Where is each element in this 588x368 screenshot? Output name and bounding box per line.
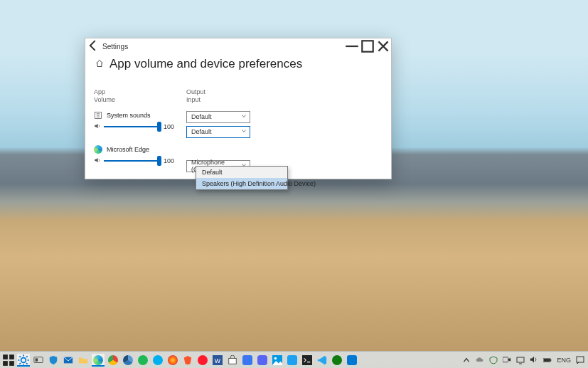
svg-point-10 [21,357,26,362]
svg-rect-7 [9,354,14,359]
app-name: System sounds [107,112,151,119]
taskbar-task-view[interactable] [32,354,45,367]
app-row-microsoft-edge: Microsoft Edge 100 [94,145,179,172]
volume-value: 100 [164,123,179,130]
taskbar-edge[interactable] [92,354,105,367]
svg-rect-6 [3,354,8,359]
home-icon[interactable] [95,58,104,70]
volume-icon[interactable] [94,122,101,131]
tray-defender-icon[interactable] [489,356,498,364]
taskbar-firefox[interactable] [166,354,179,367]
settings-window: Settings App volume and device preferenc… [85,38,392,179]
column-header-app: App Volume [94,88,179,104]
taskbar-signal[interactable] [241,354,254,367]
taskbar-discord[interactable] [256,354,269,367]
app-name: Microsoft Edge [107,146,149,153]
svg-rect-20 [503,357,508,362]
volume-slider[interactable] [104,123,161,130]
chevron-down-icon [241,113,247,120]
select-value: Default [191,113,212,120]
taskbar-chrome[interactable] [107,354,119,367]
svg-rect-12 [36,358,38,361]
tray-network-icon[interactable] [516,356,525,364]
taskbar-settings[interactable] [17,354,30,367]
dropdown-option-speakers[interactable]: Speakers (High Definition Audio Device) [196,178,287,189]
tray-volume-icon[interactable] [530,356,538,364]
svg-point-18 [274,357,277,359]
taskbar-file-explorer[interactable] [77,354,90,367]
taskbar-store[interactable] [226,354,239,367]
tray-battery-icon[interactable] [543,356,552,364]
taskbar-opera[interactable] [196,354,209,367]
taskbar-photos[interactable] [271,354,284,367]
taskbar-skype[interactable] [151,354,164,367]
maximize-button[interactable] [360,38,375,54]
app-row-system-sounds: System sounds 100 [94,111,179,138]
taskbar-terminal[interactable] [301,354,314,367]
svg-rect-25 [544,358,550,362]
back-button[interactable] [85,38,101,55]
edge-icon [94,145,102,154]
column-header-volume-label: Volume [94,96,179,104]
chevron-down-icon [241,128,247,135]
tray-chevron-up-icon[interactable] [462,356,471,364]
taskbar-brave[interactable] [181,354,194,367]
volume-value: 100 [164,157,179,164]
svg-rect-16 [229,358,237,364]
tray-meet-now-icon[interactable] [503,356,511,364]
column-header-output-label: Output [186,88,205,95]
volume-slider[interactable] [104,157,161,164]
select-value: Default [191,128,212,135]
column-header-output: Output Input [186,88,383,104]
taskbar-word[interactable]: W [211,354,224,367]
window-title: Settings [101,43,128,51]
taskbar-groove[interactable] [346,354,358,367]
page-title: App volume and device preferences [109,57,302,71]
minimize-button[interactable] [344,38,360,54]
tray-onedrive-icon[interactable] [476,356,484,364]
system-tray: ENG [462,356,586,364]
taskbar-vscode[interactable] [316,354,328,367]
svg-rect-8 [3,361,8,366]
volume-icon[interactable] [94,157,101,165]
close-button[interactable] [375,38,391,54]
tray-language-icon[interactable]: ENG [557,356,571,364]
input-select-system-sounds[interactable]: Default [186,126,250,138]
input-select-dropdown: Default Speakers (High Definition Audio … [196,166,288,190]
taskbar: W ENG [0,351,588,368]
taskbar-chromium[interactable] [122,354,134,367]
svg-rect-9 [9,361,14,366]
taskbar-security[interactable] [47,354,60,367]
taskbar-spotify[interactable] [137,354,149,367]
output-select-system-sounds[interactable]: Default [186,111,250,123]
svg-text:W: W [215,357,221,364]
svg-rect-1 [362,41,373,51]
svg-rect-26 [577,357,584,362]
settings-content: App volume and device preferences App Vo… [85,54,391,178]
svg-rect-21 [517,357,524,362]
tray-notifications-icon[interactable] [576,356,584,364]
system-sounds-icon [94,111,102,120]
device-cell-system-sounds: Default Default [186,111,383,138]
svg-rect-24 [550,359,552,361]
taskbar-start[interactable] [2,354,15,367]
column-header-input-label: Input [186,96,383,104]
column-header-app-label: App [94,88,105,95]
dropdown-option-default[interactable]: Default [196,167,287,178]
window-titlebar: Settings [85,38,391,54]
taskbar-twitter[interactable] [286,354,299,367]
taskbar-mail[interactable] [62,354,75,367]
svg-rect-19 [302,355,312,365]
taskbar-xbox[interactable] [331,354,343,367]
